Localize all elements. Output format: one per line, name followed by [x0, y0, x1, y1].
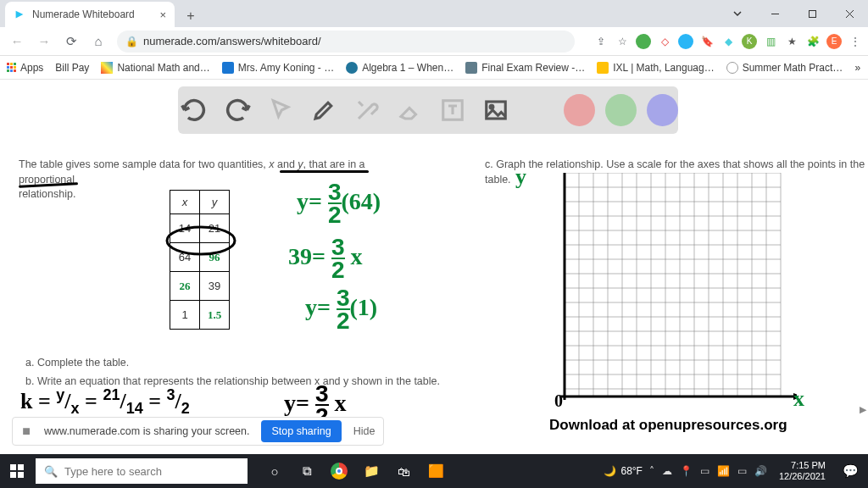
bookmark-item[interactable]: IXL | Math, Languag… [597, 62, 714, 74]
handwriting-eq3: y= 32(1) [305, 287, 377, 331]
svg-rect-2 [809, 10, 815, 17]
share-indicator-icon: ⏹ [21, 425, 32, 437]
url-input[interactable]: 🔒 numerade.com/answers/whiteboard/ [117, 30, 575, 53]
color-purple[interactable] [647, 94, 678, 126]
svg-marker-0 [16, 11, 24, 19]
underline-annotation [280, 170, 369, 173]
apps-shortcut[interactable]: Apps [7, 62, 43, 74]
nav-home-button[interactable]: ⌂ [86, 30, 110, 53]
browser-tab[interactable]: Numerade Whiteboard × [5, 2, 175, 27]
bookmark-label: Final Exam Review -… [481, 62, 585, 74]
scroll-right-icon[interactable]: ▶ [860, 404, 866, 415]
store-taskbar-icon[interactable]: 🛍 [388, 454, 419, 488]
svg-rect-46 [18, 464, 24, 470]
handwritten: 1.5 [208, 308, 221, 321]
color-pink[interactable] [564, 94, 595, 126]
svg-rect-48 [18, 472, 24, 478]
window-minimize-button[interactable] [756, 0, 793, 27]
star-icon[interactable]: ☆ [615, 34, 630, 49]
extensions-icon[interactable]: 🧩 [805, 34, 821, 49]
window-close-button[interactable] [831, 0, 868, 27]
bookmark-item[interactable]: Algebra 1 – When… [346, 62, 453, 74]
bookmark-item[interactable]: National Math and… [101, 62, 209, 74]
whiteboard-toolbar [178, 86, 678, 134]
bookmark-item[interactable]: Summer Math Pract… [726, 62, 843, 74]
hide-share-button[interactable]: Hide [353, 425, 376, 437]
tray-volume-icon[interactable]: 🔊 [754, 465, 767, 477]
cell: 39 [200, 272, 230, 301]
tray-cloud-icon[interactable]: ☁ [662, 465, 672, 477]
bookmark-label: Algebra 1 – When… [362, 62, 453, 74]
taskbar-clock[interactable]: 7:15 PM 12/26/2021 [774, 460, 831, 482]
cell: 64 [170, 243, 200, 272]
tray-wifi-icon[interactable]: 📶 [717, 465, 730, 477]
color-black[interactable] [523, 94, 554, 126]
bookmark-label: Summer Math Pract… [743, 62, 843, 74]
image-tool[interactable] [480, 93, 513, 127]
ext-diamond-icon[interactable]: ◆ [721, 34, 736, 49]
pen-tool[interactable] [307, 93, 340, 127]
tray-battery-icon[interactable]: ▭ [737, 465, 747, 477]
stop-sharing-button[interactable]: Stop sharing [261, 420, 341, 442]
color-green[interactable] [605, 94, 637, 126]
tray-location-icon[interactable]: 📍 [680, 465, 693, 477]
window-maximize-button[interactable] [793, 0, 831, 27]
nav-back-button[interactable]: ← [5, 30, 29, 53]
text-tool[interactable] [437, 93, 470, 127]
bookmark-label: National Math and… [117, 62, 209, 74]
profile-avatar[interactable]: E [826, 34, 842, 49]
ext-star2-icon[interactable]: ★ [784, 34, 799, 49]
ext-red-icon[interactable]: ◇ [657, 34, 672, 49]
chrome-taskbar-icon[interactable] [324, 454, 354, 488]
tools-icon[interactable] [350, 93, 383, 127]
handwritten: 96 [209, 251, 220, 263]
chrome-menu-icon[interactable]: ⋮ [848, 34, 863, 49]
chevron-down-icon[interactable] [719, 0, 756, 27]
undo-button[interactable] [178, 93, 211, 127]
tray-chevron-icon[interactable]: ˄ [649, 465, 654, 477]
bookmark-item[interactable]: Final Exam Review -… [465, 62, 585, 74]
bookmarks-overflow-icon[interactable]: » [854, 62, 860, 74]
graph-grid [551, 173, 797, 410]
redo-button[interactable] [221, 93, 254, 127]
text: and [275, 158, 298, 170]
cell: 26 [170, 272, 200, 301]
cell: 1 [170, 301, 200, 330]
pointer-tool[interactable] [264, 93, 298, 127]
tab-close-icon[interactable]: × [159, 8, 166, 21]
cell: 14 [170, 214, 200, 243]
bookmark-item[interactable]: Mrs. Amy Koning - … [222, 62, 334, 74]
problem-part-b: b. Write an equation that represents the… [25, 374, 440, 390]
th-x: x [170, 191, 200, 214]
th-y: y [200, 191, 230, 214]
ext-blue-icon[interactable] [678, 34, 693, 49]
start-button[interactable] [0, 454, 34, 488]
explorer-taskbar-icon[interactable]: 📁 [356, 454, 387, 488]
svg-rect-47 [10, 472, 16, 478]
windows-taskbar: 🔍Type here to search ○ ⧉ 📁 🛍 🟧 🌙68°F ˄ ☁… [0, 454, 868, 488]
nav-forward-button[interactable]: → [32, 30, 56, 53]
url-text: numerade.com/answers/whiteboard/ [143, 35, 321, 47]
download-text: Download at openupresources.org [549, 417, 787, 434]
ext-tag-icon[interactable]: 🔖 [699, 34, 715, 49]
task-view-icon[interactable]: ⧉ [292, 454, 322, 488]
clock-date: 12/26/2021 [779, 471, 826, 482]
cortana-icon[interactable]: ○ [259, 454, 290, 488]
notifications-icon[interactable]: 💬 [837, 454, 863, 488]
ext-green-icon[interactable] [636, 34, 651, 49]
bookmark-item[interactable]: Bill Pay [55, 62, 89, 74]
new-tab-button[interactable]: + [180, 5, 202, 27]
bookmark-favicon-icon [222, 62, 234, 74]
share-icon[interactable]: ⇪ [593, 34, 609, 49]
weather-widget[interactable]: 🌙68°F [604, 465, 642, 477]
tab-title: Numerade Whiteboard [32, 8, 135, 20]
eraser-tool[interactable] [393, 93, 426, 127]
bookmarks-bar: Apps Bill Pay National Math and… Mrs. Am… [0, 56, 868, 80]
ext-note-icon[interactable]: ▥ [763, 34, 778, 49]
tray-meet-icon[interactable]: ▭ [700, 465, 709, 477]
ext-k-icon[interactable]: K [742, 34, 757, 49]
app-taskbar-icon[interactable]: 🟧 [420, 454, 451, 488]
svg-marker-44 [793, 393, 797, 400]
nav-reload-button[interactable]: ⟳ [59, 30, 83, 53]
taskbar-search[interactable]: 🔍Type here to search [36, 458, 248, 484]
